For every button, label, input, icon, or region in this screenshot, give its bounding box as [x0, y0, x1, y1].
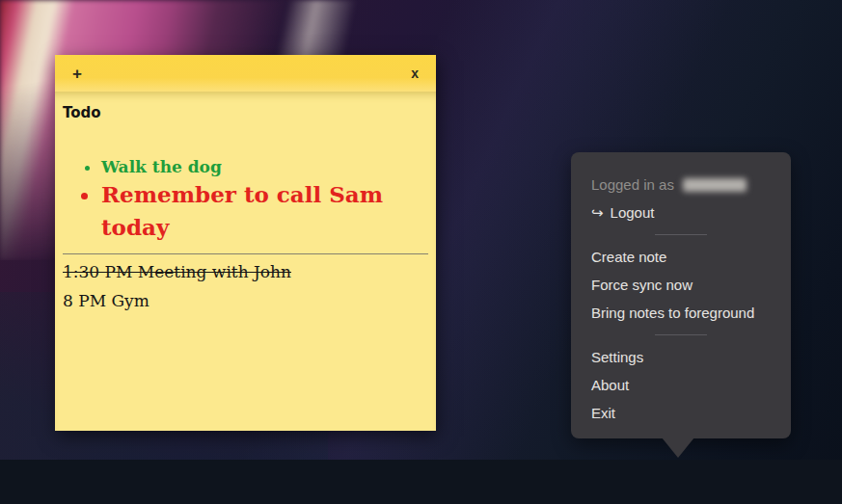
- menu-item-create-note[interactable]: Create note: [591, 243, 791, 271]
- sticky-note-window: + x Todo Walk the dog Remember to call S…: [55, 55, 436, 431]
- menu-item-logout[interactable]: ↪ Logout: [591, 199, 791, 226]
- menu-pointer-tail: [662, 438, 694, 458]
- sticky-note-titlebar[interactable]: + x: [55, 55, 436, 92]
- note-schedule-line: 1:30 PM Meeting with John: [63, 260, 428, 283]
- menu-item-bring-to-foreground[interactable]: Bring notes to foreground: [591, 299, 791, 327]
- menu-item-exit[interactable]: Exit: [591, 399, 791, 427]
- note-bullet-list: Walk the dog Remember to call Sam today: [63, 155, 428, 244]
- add-note-button[interactable]: +: [72, 66, 82, 82]
- note-divider: [63, 253, 428, 254]
- menu-separator: [571, 226, 791, 243]
- menu-item-force-sync[interactable]: Force sync now: [591, 271, 791, 299]
- note-title: Todo: [63, 92, 428, 121]
- tray-context-menu: Logged in as ↪ Logout Create note Force …: [571, 152, 791, 438]
- close-note-button[interactable]: x: [411, 66, 419, 80]
- logged-in-label: Logged in as: [591, 176, 674, 193]
- desktop: + x Todo Walk the dog Remember to call S…: [0, 0, 842, 504]
- username-redacted: [683, 178, 747, 192]
- note-schedule-line: 8 PM Gym: [63, 289, 428, 312]
- logout-arrow-icon: ↪: [591, 204, 604, 222]
- menu-item-about[interactable]: About: [591, 371, 791, 399]
- logout-label: Logout: [611, 204, 655, 221]
- note-list-item: Remember to call Sam today: [101, 178, 428, 244]
- logged-in-status: Logged in as: [591, 171, 791, 199]
- sticky-note-content[interactable]: Todo Walk the dog Remember to call Sam t…: [55, 92, 436, 431]
- taskbar: Nov 16 12:13: [0, 460, 842, 504]
- menu-separator: [571, 327, 791, 343]
- note-list-item: Walk the dog: [101, 155, 428, 178]
- menu-item-settings[interactable]: Settings: [591, 343, 791, 371]
